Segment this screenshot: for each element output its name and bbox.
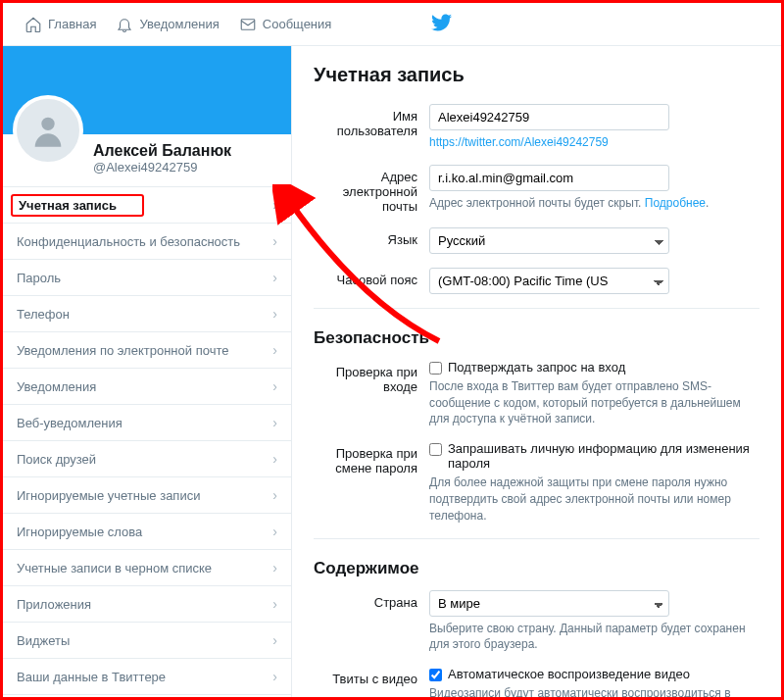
login-verify-checkbox[interactable] bbox=[429, 362, 442, 375]
chevron-right-icon: › bbox=[272, 487, 277, 503]
email-hint: Адрес электронной почты будет скрыт. bbox=[429, 196, 641, 210]
country-hint: Выберите свою страну. Данный параметр бу… bbox=[429, 621, 760, 654]
email-label: Адрес электронной почты bbox=[314, 165, 429, 214]
menu-privacy[interactable]: Конфиденциальность и безопасность› bbox=[3, 224, 291, 260]
page-title: Учетная запись bbox=[314, 64, 760, 86]
menu-item-label: Конфиденциальность и безопасность bbox=[17, 234, 240, 249]
timezone-select[interactable]: (GMT-08:00) Pacific Time (US bbox=[429, 268, 669, 294]
menu-item-label: Игнорируемые учетные записи bbox=[17, 488, 200, 503]
content-panel: Учетная запись Имя пользователя https://… bbox=[292, 46, 781, 697]
chevron-right-icon: › bbox=[272, 669, 277, 684]
language-label: Язык bbox=[314, 227, 429, 254]
login-verify-cb-label: Подтверждать запрос на вход bbox=[448, 360, 625, 375]
menu-email-notifications[interactable]: Уведомления по электронной почте› bbox=[3, 332, 291, 369]
profile-name: Алексей Баланюк bbox=[93, 142, 281, 160]
menu-web-notifications[interactable]: Веб-уведомления› bbox=[3, 405, 291, 441]
pw-reset-hint: Для более надежной защиты при смене паро… bbox=[429, 475, 760, 524]
svg-point-1 bbox=[41, 118, 54, 130]
divider bbox=[314, 308, 760, 309]
profile-url-link[interactable]: https://twitter.com/Alexei49242759 bbox=[429, 135, 609, 149]
menu-accessibility[interactable]: Специальные возможности› bbox=[3, 695, 291, 700]
menu-item-label: Телефон bbox=[17, 307, 70, 322]
chevron-right-icon: › bbox=[272, 596, 277, 612]
bird-icon bbox=[431, 12, 453, 33]
menu-item-label: Уведомления bbox=[17, 379, 96, 394]
chevron-right-icon: › bbox=[272, 451, 277, 467]
login-verify-hint: После входа в Твиттер вам будет отправле… bbox=[429, 378, 760, 427]
menu-your-data[interactable]: Ваши данные в Твиттере› bbox=[3, 659, 291, 695]
country-select[interactable]: В мире bbox=[429, 590, 669, 617]
nav-notifications-label: Уведомления bbox=[139, 17, 219, 31]
video-autoplay-checkbox[interactable] bbox=[429, 669, 442, 681]
nav-messages[interactable]: Сообщения bbox=[229, 3, 342, 46]
country-label: Страна bbox=[314, 590, 429, 654]
menu-account[interactable]: Учетная запись› bbox=[3, 187, 291, 224]
menu-blocked-accounts[interactable]: Учетные записи в черном списке› bbox=[3, 550, 291, 586]
chevron-right-icon: › bbox=[272, 342, 277, 358]
username-input[interactable] bbox=[429, 104, 669, 130]
menu-item-label: Виджеты bbox=[17, 633, 70, 648]
security-heading: Безопасность bbox=[314, 328, 760, 348]
menu-item-label: Поиск друзей bbox=[17, 452, 96, 467]
chevron-right-icon: › bbox=[272, 270, 277, 285]
menu-item-label: Приложения bbox=[17, 597, 91, 612]
video-cb-label: Автоматическое воспроизведение видео bbox=[448, 667, 690, 681]
chevron-right-icon: › bbox=[272, 524, 277, 539]
left-column: Алексей Баланюк @Alexei49242759 Учетная … bbox=[3, 46, 292, 697]
chevron-right-icon: › bbox=[272, 306, 277, 322]
settings-menu: Учетная запись› Конфиденциальность и без… bbox=[3, 187, 291, 700]
twitter-logo bbox=[431, 12, 453, 36]
video-label: Твиты с видео bbox=[314, 667, 429, 697]
menu-apps[interactable]: Приложения› bbox=[3, 586, 291, 623]
nav-messages-label: Сообщения bbox=[263, 17, 332, 31]
menu-password[interactable]: Пароль› bbox=[3, 260, 291, 296]
menu-item-label: Игнорируемые слова bbox=[17, 525, 142, 539]
menu-muted-accounts[interactable]: Игнорируемые учетные записи› bbox=[3, 477, 291, 514]
menu-find-friends[interactable]: Поиск друзей› bbox=[3, 441, 291, 477]
profile-banner bbox=[3, 46, 291, 134]
chevron-right-icon: › bbox=[272, 378, 277, 394]
menu-muted-words[interactable]: Игнорируемые слова› bbox=[3, 514, 291, 550]
avatar bbox=[13, 95, 83, 166]
top-nav: Главная Уведомления Сообщения bbox=[3, 3, 781, 46]
bell-icon bbox=[116, 16, 133, 33]
home-icon bbox=[24, 16, 42, 33]
menu-item-label: Учетные записи в черном списке bbox=[17, 561, 212, 575]
pw-reset-cb-label: Запрашивать личную информацию для измене… bbox=[448, 441, 760, 471]
svg-rect-0 bbox=[241, 19, 255, 29]
menu-item-label: Веб-уведомления bbox=[17, 416, 122, 430]
login-verify-label: Проверка при входе bbox=[314, 360, 429, 427]
email-more-link[interactable]: Подробнее bbox=[645, 196, 706, 210]
chevron-right-icon: › bbox=[272, 233, 277, 249]
person-icon bbox=[28, 111, 68, 150]
menu-item-label: Уведомления по электронной почте bbox=[17, 343, 228, 358]
menu-notifications[interactable]: Уведомления› bbox=[3, 369, 291, 405]
timezone-label: Часовой пояс bbox=[314, 268, 429, 294]
menu-item-label: Пароль bbox=[17, 271, 61, 285]
menu-phone[interactable]: Телефон› bbox=[3, 296, 291, 332]
nav-home[interactable]: Главная bbox=[15, 3, 106, 46]
pw-reset-label: Проверка при смене пароля bbox=[314, 441, 429, 524]
username-label: Имя пользователя bbox=[314, 104, 429, 151]
menu-widgets[interactable]: Виджеты› bbox=[3, 623, 291, 659]
menu-item-label: Учетная запись bbox=[11, 194, 144, 217]
email-input[interactable] bbox=[429, 165, 669, 191]
profile-handle: @Alexei49242759 bbox=[93, 160, 281, 175]
language-select[interactable]: Русский bbox=[429, 227, 669, 254]
chevron-right-icon: › bbox=[272, 560, 277, 575]
nav-home-label: Главная bbox=[48, 17, 96, 31]
menu-item-label: Ваши данные в Твиттере bbox=[17, 670, 166, 684]
video-hint: Видеозаписи будут автоматически воспроиз… bbox=[429, 685, 760, 697]
chevron-right-icon: › bbox=[272, 415, 277, 430]
content-heading: Содержимое bbox=[314, 559, 760, 578]
chevron-right-icon: › bbox=[272, 197, 277, 213]
nav-notifications[interactable]: Уведомления bbox=[106, 3, 228, 46]
chevron-right-icon: › bbox=[272, 632, 277, 648]
divider bbox=[314, 538, 760, 539]
pw-reset-checkbox[interactable] bbox=[429, 443, 442, 456]
mail-icon bbox=[239, 16, 257, 33]
